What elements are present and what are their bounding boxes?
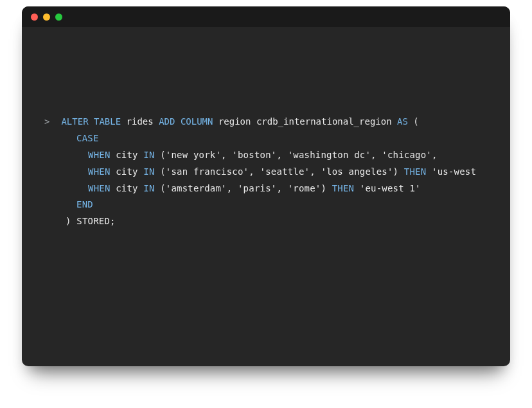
keyword: THEN (404, 166, 427, 177)
code-text: city (111, 150, 144, 160)
code-text: region crdb_international_region (213, 116, 397, 127)
keyword: WHEN (88, 183, 111, 193)
code-text: ('san francisco', 'seattle', 'los angele… (155, 166, 404, 177)
code-text: ('amsterdam', 'paris', 'rome') (155, 183, 332, 193)
code-text: 'eu-west 1' (354, 183, 421, 193)
close-button[interactable] (31, 13, 38, 21)
code-content: ALTER TABLE rides ADD COLUMN region crdb… (61, 114, 491, 130)
keyword: IN (143, 166, 154, 177)
code-text: ( (408, 116, 419, 127)
keyword: WHEN (88, 150, 111, 160)
code-text: 'us-west (426, 166, 476, 177)
code-line: > ALTER TABLE rides ADD COLUMN region cr… (44, 114, 491, 130)
code-text: ('new york', 'boston', 'washington dc', … (155, 150, 438, 160)
prompt-symbol: > (44, 114, 49, 130)
keyword: IN (143, 150, 154, 160)
keyword: WHEN (88, 166, 111, 177)
code-line: ) STORED; (44, 213, 491, 230)
terminal-body[interactable]: > ALTER TABLE rides ADD COLUMN region cr… (22, 27, 510, 243)
keyword: ADD COLUMN (159, 116, 213, 127)
code-line: WHEN city IN ('amsterdam', 'paris', 'rom… (44, 181, 491, 197)
code-line: WHEN city IN ('new york', 'boston', 'was… (44, 147, 491, 164)
keyword: AS (397, 116, 408, 127)
minimize-button[interactable] (43, 13, 50, 21)
keyword: ALTER TABLE (61, 116, 121, 127)
code-line: END (44, 197, 491, 213)
keyword: THEN (332, 183, 355, 193)
keyword: IN (143, 183, 154, 193)
terminal-window: > ALTER TABLE rides ADD COLUMN region cr… (22, 6, 510, 366)
keyword: CASE (76, 133, 99, 143)
keyword: END (76, 199, 93, 209)
code-line: WHEN city IN ('san francisco', 'seattle'… (44, 164, 491, 181)
code-text: city (111, 183, 144, 193)
code-text: city (111, 166, 144, 177)
titlebar (22, 6, 510, 27)
maximize-button[interactable] (55, 13, 62, 21)
code-text: ) STORED; (66, 216, 116, 226)
code-line: CASE (44, 130, 491, 147)
code-text: rides (121, 116, 159, 127)
